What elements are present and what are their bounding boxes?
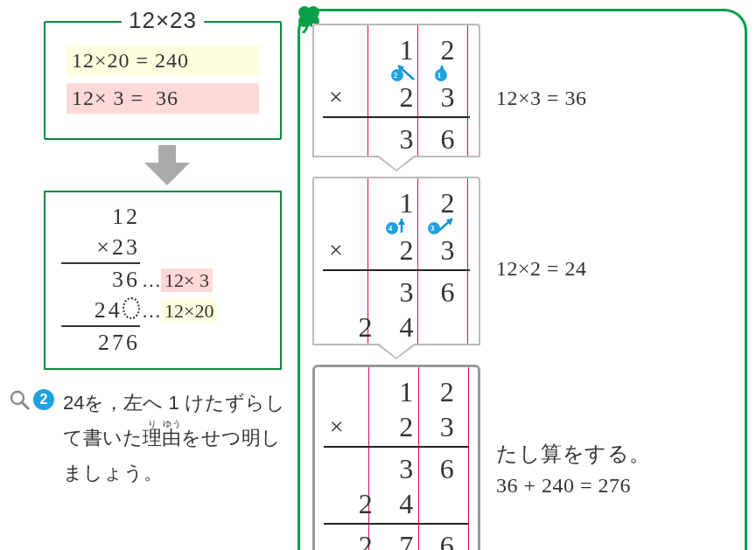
long-multiplication-box: 12 ×23 36 …12× 3 24 …12×20 276 [44,191,282,370]
question-text: 24を，左へ 1 けたずらして書いた理り由ゆうをせつ明しましょう。 [63,386,290,490]
step-3: 1 2 × 2 3 3 [312,365,732,550]
decomposition-box: 12×23 12×20 = 240 12× 3 = 36 [44,21,282,140]
calc-answer: 276 [61,325,140,358]
step-1-label: 12×3 = 36 [496,82,587,114]
question-number-badge: 2 [33,389,54,410]
calc-ann-1: …12× 3 [142,268,213,294]
step-2: 1 2 4 3 × 2 [312,177,732,359]
down-arrow-icon [44,145,290,189]
calc-multiplicand: 12 [61,201,140,232]
decomposition-title: 12×23 [122,7,204,34]
step-3-label: たし算をする。36 + 240 = 276 [496,438,651,501]
dotted-zero-icon [122,297,140,319]
card-notch-icon [312,344,480,359]
column-card-2: 1 2 4 3 × 2 [312,177,480,359]
partial-product-1: 12×20 = 240 [66,45,259,76]
calc-partial-36: 36 [61,262,140,295]
question-block: 2 24を，左へ 1 けたずらして書いた理り由ゆうをせつ明しましょう。 [9,386,290,490]
column-card-3: 1 2 × 2 3 3 [312,365,480,550]
magnifier-icon [9,389,30,410]
card-notch-icon [312,156,480,171]
calc-multiplier: ×23 [61,232,140,262]
column-card-1: 1 2 2 1 × 2 [312,24,480,171]
calc-partial-240: 24 [61,295,140,325]
steps-panel: 1 2 2 1 × 2 [298,9,747,550]
calc-ann-2: …12×20 [142,298,217,324]
step-2-label: 12×2 = 24 [496,253,587,284]
svg-marker-8 [398,219,405,225]
step-1: 1 2 2 1 × 2 [312,24,732,171]
partial-product-2: 12× 3 = 36 [66,83,259,114]
svg-line-1 [22,402,28,408]
